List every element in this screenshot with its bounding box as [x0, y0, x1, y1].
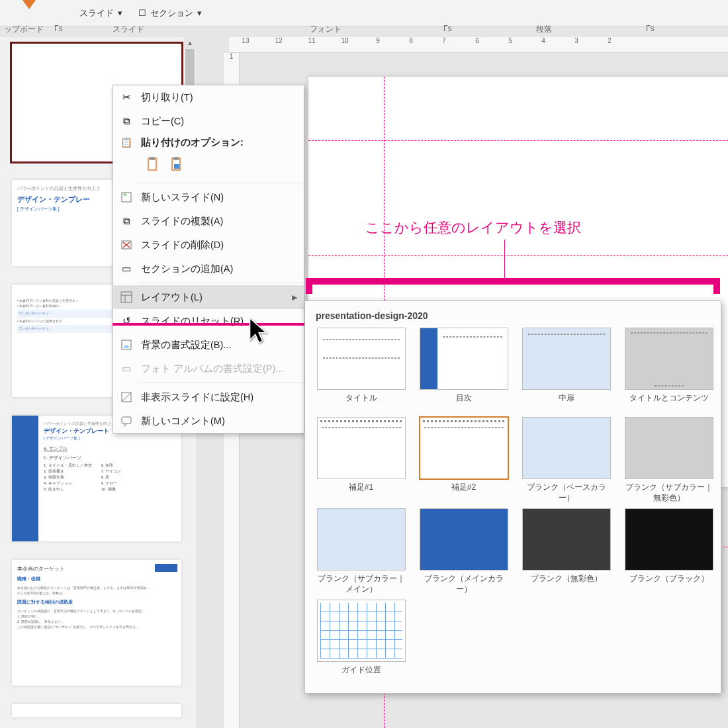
- group-font-expand[interactable]: Γs: [443, 24, 452, 33]
- slide-thumbnail-4[interactable]: パワーポイントの品質と生産性を向上させる デザイン・テンプレート [ デザインパ…: [12, 416, 181, 541]
- svg-text:+: +: [123, 191, 127, 199]
- reset-icon: ↺: [120, 314, 133, 328]
- annotation-text: ここから任意のレイアウトを選択: [365, 218, 581, 237]
- layout-option-tc[interactable]: タイトルとコンテンツ: [622, 328, 715, 412]
- annotation-bracket: [306, 278, 720, 293]
- layout-option-mid[interactable]: 中扉: [520, 328, 613, 412]
- layout-option-title[interactable]: タイトル: [314, 328, 408, 412]
- layout-label: ガイド位置: [314, 665, 408, 684]
- menu-cut[interactable]: ✂切り取り(T): [113, 85, 304, 109]
- paste-option-2[interactable]: [166, 154, 186, 174]
- photo-album-icon: ▭: [120, 362, 133, 375]
- layout-label: 中扉: [520, 393, 613, 412]
- group-font: フォント: [310, 24, 341, 35]
- hide-icon: [120, 390, 133, 404]
- layout-option-blank_base[interactable]: ブランク（ベースカラー）: [520, 417, 613, 503]
- layout-label: ブランク（メインカラー）: [417, 574, 510, 594]
- group-paragraph: 段落: [536, 24, 552, 35]
- section-dropdown[interactable]: ☐ セクション ▾: [138, 7, 202, 19]
- layout-label: ブランク（無彩色）: [520, 574, 613, 592]
- slide-dropdown[interactable]: スライド ▾: [79, 7, 122, 19]
- layout-option-blank_ach[interactable]: ブランク（無彩色）: [520, 508, 613, 594]
- duplicate-icon: ⧉: [120, 214, 133, 228]
- context-menu: ✂切り取り(T) ⧉コピー(C) 📋貼り付けのオプション: +新しいスライド(N…: [113, 85, 304, 433]
- group-slide: スライド: [113, 24, 144, 35]
- group-para-expand[interactable]: Γs: [646, 24, 655, 33]
- cursor-icon: [246, 316, 275, 348]
- layout-label: 目次: [417, 393, 510, 412]
- slide-thumbnail-6[interactable]: [12, 704, 181, 717]
- ribbon: スライド ▾ ☐ セクション ▾: [0, 0, 728, 26]
- menu-photo-album: ▭フォト アルバムの書式設定(P)...: [113, 357, 304, 381]
- horizontal-ruler: 1312111098765432: [229, 37, 728, 53]
- section-icon: ▭: [120, 262, 133, 275]
- svg-rect-1: [150, 157, 155, 160]
- delete-icon: [120, 238, 133, 251]
- group-clipboard: ップボード: [4, 24, 44, 35]
- chevron-right-icon: ▶: [292, 293, 297, 302]
- layout-icon: [120, 291, 133, 304]
- svg-rect-8: [121, 292, 132, 302]
- ribbon-group-labels: ップボード Γs スライド フォント Γs 段落 Γs: [0, 24, 728, 37]
- svg-line-13: [122, 393, 130, 401]
- menu-hide-slide[interactable]: 非表示スライドに設定(H): [113, 385, 304, 409]
- background-icon: [120, 338, 133, 351]
- layout-label: タイトル: [314, 393, 408, 412]
- menu-layout[interactable]: レイアウト(L)▶: [113, 285, 304, 309]
- layout-label: ブランク（サブカラー｜無彩色）: [622, 482, 715, 503]
- guide-horizontal: [308, 255, 728, 256]
- comment-icon: [120, 414, 133, 428]
- svg-rect-14: [122, 417, 131, 424]
- layout-option-guide[interactable]: ガイド位置: [314, 600, 408, 684]
- clipboard-icon: 📋: [120, 136, 133, 149]
- layout-label: ブランク（ベースカラー）: [520, 482, 613, 503]
- menu-duplicate[interactable]: ⧉スライドの複製(A): [113, 209, 304, 233]
- paste-option-1[interactable]: [142, 154, 162, 174]
- scissors-icon: ✂: [120, 91, 133, 104]
- menu-new-slide[interactable]: +新しいスライド(N): [113, 185, 304, 209]
- scroll-up-icon[interactable]: ▲: [184, 37, 196, 49]
- layout-label: 補足#2: [417, 482, 510, 501]
- menu-new-comment[interactable]: 新しいコメント(M): [113, 409, 304, 433]
- svg-rect-3: [173, 157, 179, 160]
- annotation-highlight: [113, 323, 304, 326]
- svg-rect-4: [174, 164, 179, 169]
- slide-thumbnail-5[interactable]: 本企画のターゲット 職種・役職 本企画における商品のターゲットは「営業部門の責任…: [12, 560, 181, 686]
- copy-icon: ⧉: [120, 114, 133, 128]
- new-slide-icon: +: [120, 191, 133, 204]
- layout-option-blank_main[interactable]: ブランク（メインカラー）: [417, 508, 510, 594]
- group-clip-expand[interactable]: Γs: [54, 24, 63, 33]
- layout-option-blank_sub_main[interactable]: ブランク（サブカラー｜メイン）: [314, 508, 408, 594]
- layout-label: 補足#1: [314, 482, 408, 501]
- layout-option-supp1[interactable]: 補足#1: [314, 417, 408, 503]
- paste-icon[interactable]: [23, 0, 36, 9]
- menu-paste-label: 📋貼り付けのオプション:: [113, 133, 304, 152]
- layout-option-blank_black[interactable]: ブランク（ブラック）: [622, 508, 715, 594]
- guide-horizontal: [308, 140, 728, 141]
- layout-label: タイトルとコンテンツ: [622, 393, 715, 412]
- layout-label: ブランク（ブラック）: [622, 574, 715, 592]
- menu-add-section[interactable]: ▭セクションの追加(A): [113, 257, 304, 281]
- layout-option-toc[interactable]: 目次: [417, 328, 510, 412]
- menu-delete[interactable]: スライドの削除(D): [113, 233, 304, 257]
- layout-flyout: presentation-design-2020 タイトル目次中扉タイトルとコン…: [304, 300, 721, 694]
- annotation-line: [504, 240, 505, 279]
- layout-label: ブランク（サブカラー｜メイン）: [314, 574, 408, 594]
- menu-copy[interactable]: ⧉コピー(C): [113, 109, 304, 133]
- paste-options: [113, 152, 304, 181]
- layout-option-blank_sub_ach[interactable]: ブランク（サブカラー｜無彩色）: [622, 417, 715, 503]
- layout-flyout-header: presentation-design-2020: [316, 310, 714, 321]
- layout-option-supp2[interactable]: 補足#2: [417, 417, 510, 503]
